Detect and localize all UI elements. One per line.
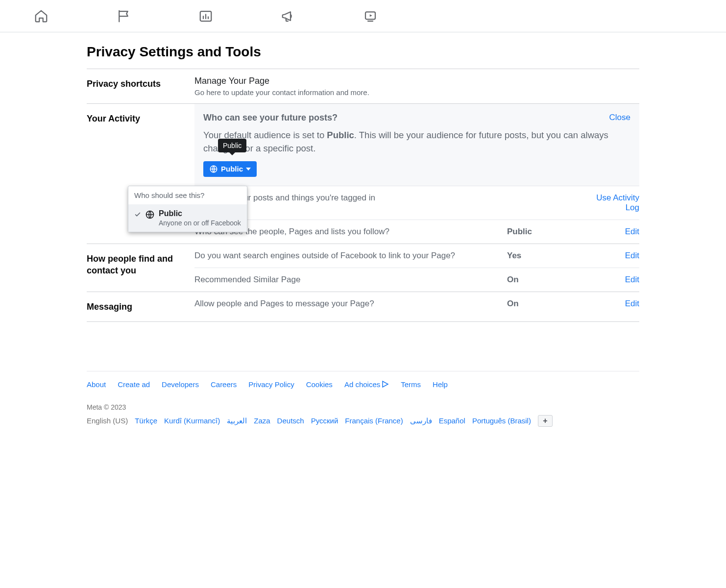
- audience-popover: Who should see this? Public Anyone on or…: [128, 186, 247, 232]
- nav-video[interactable]: [329, 0, 411, 32]
- lang-link[interactable]: Español: [439, 416, 465, 425]
- popover-option-public[interactable]: Public Anyone on or off Facebook: [128, 204, 247, 232]
- chart-icon: [198, 9, 213, 24]
- use-activity-log-link[interactable]: Use Activity Log: [596, 193, 639, 212]
- section-heading: Messaging: [87, 301, 194, 313]
- row-future-posts-expanded: Close Who can see your future posts? You…: [194, 104, 639, 186]
- expanded-description: Your default audience is set to Public. …: [203, 129, 630, 155]
- expanded-title: Who can see your future posts?: [203, 113, 630, 123]
- audience-selector-button[interactable]: Public Public: [203, 161, 257, 177]
- nav-flag[interactable]: [82, 0, 165, 32]
- close-link[interactable]: Close: [609, 113, 630, 122]
- adchoices-icon: [381, 380, 389, 388]
- popover-option-subtitle: Anyone on or off Facebook: [159, 219, 241, 227]
- edit-link[interactable]: Edit: [625, 251, 639, 260]
- flag-icon: [116, 9, 131, 24]
- globe-icon: [209, 165, 218, 173]
- nav-insights[interactable]: [165, 0, 247, 32]
- tooltip: Public: [218, 139, 246, 152]
- popover-title: Who should see this?: [128, 186, 247, 204]
- footer-link-careers[interactable]: Careers: [211, 380, 237, 389]
- audience-button-label: Public: [221, 165, 243, 173]
- lang-link[interactable]: Português (Brasil): [472, 416, 531, 425]
- popover-option-title: Public: [159, 209, 241, 218]
- row-manage-page[interactable]: Manage Your Page Go here to update your …: [194, 69, 639, 103]
- section-messaging: Messaging Allow people and Pages to mess…: [87, 292, 639, 322]
- edit-link[interactable]: Edit: [625, 299, 639, 308]
- lang-link[interactable]: Zaza: [254, 416, 270, 425]
- footer-link-cookies[interactable]: Cookies: [306, 380, 333, 389]
- footer: About Create ad Developers Careers Priva…: [87, 371, 639, 427]
- row-value: On: [507, 275, 595, 285]
- row-follow-visibility: Who can see the people, Pages and lists …: [194, 220, 639, 244]
- megaphone-icon: [281, 9, 295, 24]
- lang-link[interactable]: Русский: [311, 416, 339, 425]
- check-icon: [134, 211, 141, 218]
- section-your-activity: Your Activity Close Who can see your fut…: [87, 103, 639, 244]
- current-language: English (US): [87, 416, 128, 425]
- row-review-posts: Review all your posts and things you're …: [194, 186, 639, 220]
- row-title: Manage Your Page: [194, 76, 639, 86]
- edit-link[interactable]: Edit: [625, 227, 639, 236]
- globe-icon: [145, 210, 155, 220]
- section-privacy-shortcuts: Privacy shortcuts Manage Your Page Go he…: [87, 69, 639, 103]
- lang-link[interactable]: العربية: [227, 416, 247, 425]
- home-icon: [34, 9, 48, 24]
- row-allow-messaging: Allow people and Pages to message your P…: [194, 292, 639, 316]
- lang-link[interactable]: Deutsch: [277, 416, 304, 425]
- row-value: On: [507, 299, 595, 309]
- footer-link-developers[interactable]: Developers: [162, 380, 199, 389]
- nav-ads[interactable]: [247, 0, 329, 32]
- lang-link[interactable]: Türkçe: [135, 416, 157, 425]
- row-label: Recommended Similar Page: [194, 275, 507, 285]
- footer-link-privacy-policy[interactable]: Privacy Policy: [248, 380, 294, 389]
- footer-links: About Create ad Developers Careers Priva…: [87, 380, 639, 389]
- footer-link-ad-choices[interactable]: Ad choices: [344, 380, 389, 389]
- row-value: Public: [507, 227, 595, 237]
- copyright: Meta © 2023: [87, 403, 639, 411]
- section-find-contact: How people find and contact you Do you w…: [87, 244, 639, 292]
- page-title: Privacy Settings and Tools: [87, 32, 639, 69]
- row-recommended-page: Recommended Similar Page On Edit: [194, 268, 639, 292]
- top-nav: [0, 0, 726, 32]
- row-label: Allow people and Pages to message your P…: [194, 299, 507, 309]
- nav-home[interactable]: [0, 0, 82, 32]
- lang-link[interactable]: Français (France): [345, 416, 403, 425]
- row-label: Do you want search engines outside of Fa…: [194, 251, 507, 261]
- footer-link-terms[interactable]: Terms: [401, 380, 421, 389]
- section-heading: Privacy shortcuts: [87, 78, 194, 90]
- footer-link-create-ad[interactable]: Create ad: [118, 380, 150, 389]
- section-heading: How people find and contact you: [87, 253, 194, 277]
- lang-link[interactable]: فارسی: [410, 416, 432, 425]
- lang-link[interactable]: Kurdî (Kurmancî): [164, 416, 220, 425]
- section-heading: Your Activity: [87, 113, 194, 124]
- row-search-engines: Do you want search engines outside of Fa…: [194, 244, 639, 268]
- video-icon: [363, 9, 378, 24]
- language-list: English (US) Türkçe Kurdî (Kurmancî) الع…: [87, 415, 639, 427]
- caret-down-icon: [246, 168, 251, 171]
- add-language-button[interactable]: +: [538, 415, 553, 427]
- footer-link-about[interactable]: About: [87, 380, 106, 389]
- footer-link-help[interactable]: Help: [433, 380, 448, 389]
- row-subtitle: Go here to update your contact informati…: [194, 88, 639, 97]
- edit-link[interactable]: Edit: [625, 275, 639, 284]
- row-value: Yes: [507, 251, 595, 261]
